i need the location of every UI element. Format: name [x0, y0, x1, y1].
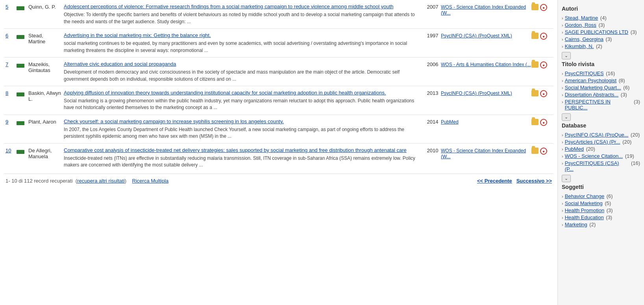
result-number[interactable]: 7: [6, 61, 17, 67]
titolo-rivista-list: › PsycCRITIQUES (16) › American Psycholo…: [562, 70, 640, 111]
recover-link[interactable]: recupera altri risultati: [77, 178, 125, 184]
save-record-icon[interactable]: [540, 148, 547, 155]
relevance-bar: [17, 121, 24, 125]
save-record-icon[interactable]: [540, 33, 547, 40]
database-list: › PsycINFO (CSA) (ProQue... (20) › PsycA…: [562, 132, 640, 172]
result-title-link[interactable]: Adolescent perceptions of violence: Form…: [64, 4, 394, 9]
sidebar-filter-count: (3): [605, 214, 613, 220]
table-row: 8 Baskin, Allwyn L. Applying diffusion o…: [4, 86, 553, 115]
save-record-icon[interactable]: [540, 119, 547, 126]
sidebar-filter-link[interactable]: PsycCRITIQUES: [565, 70, 604, 76]
result-actions: [531, 32, 552, 40]
sidebar-filter-count: (3): [597, 22, 605, 28]
sidebar-filter-link[interactable]: Dissertation Abstracts...: [565, 92, 619, 98]
list-item: › Social Marketing (5): [562, 200, 640, 206]
add-to-folder-icon[interactable]: [531, 119, 539, 125]
sidebar-filter-link[interactable]: PubMed: [565, 146, 584, 152]
result-title-link[interactable]: Applying diffusion of innovation theory …: [64, 90, 386, 96]
titolo-rivista-section: Titolo rivista › PsycCRITIQUES (16) › Am…: [562, 61, 640, 121]
sidebar-filter-count: (3): [605, 207, 613, 213]
sidebar-filter-link[interactable]: Stead, Martine: [565, 15, 598, 21]
sidebar-filter-link[interactable]: Cairns, Georgina: [565, 36, 603, 42]
add-to-folder-icon[interactable]: [531, 33, 539, 39]
result-number[interactable]: 8: [6, 89, 17, 96]
result-relevance-icon: [17, 147, 28, 154]
result-number[interactable]: 10: [6, 147, 17, 153]
result-number[interactable]: 9: [6, 118, 17, 125]
result-title-link[interactable]: Advertising in the social marketing mix:…: [64, 32, 211, 38]
sidebar-arrow-icon: ›: [562, 37, 563, 42]
database-show-more[interactable]: ⌄: [562, 175, 571, 182]
result-source-link[interactable]: WOS - Science Citation Index Expanded (W…: [441, 148, 526, 159]
add-to-folder-icon[interactable]: [531, 148, 539, 154]
soggetti-section: Soggetti › Behavior Change (6) › Social …: [562, 184, 640, 227]
result-title-link[interactable]: Alternative civic education and social p…: [64, 61, 176, 67]
ricerca-multipla-link[interactable]: Ricerca Multipla: [132, 178, 168, 184]
relevance-bar: [17, 92, 24, 96]
result-source: PsycINFO (CSA) (ProQuest XML): [441, 32, 531, 39]
sidebar-filter-link[interactable]: Marketing: [565, 222, 587, 227]
sidebar-filter-link[interactable]: Social Marketing: [565, 200, 603, 206]
add-to-folder-icon[interactable]: [531, 4, 539, 10]
result-relevance-icon: [17, 89, 28, 96]
result-title-link[interactable]: Check yourself: a social marketing campa…: [64, 118, 284, 124]
result-abstract: In 2007, the Los Angeles County Departme…: [64, 126, 421, 140]
sidebar-arrow-icon: ›: [562, 161, 563, 166]
result-title-link[interactable]: Comparative cost analysis of insecticide…: [64, 147, 407, 153]
result-source-link[interactable]: PsycINFO (CSA) (ProQuest XML): [441, 33, 512, 39]
result-source-link[interactable]: WOS - Arts & Humanities Citation Index (…: [441, 62, 531, 67]
prev-page-link[interactable]: << Precedente: [477, 178, 512, 184]
list-item: › PERSPECTIVES IN PUBLIC... (3): [562, 99, 640, 111]
results-container: 5 Quinn, G. P. Adolescent perceptions of…: [4, 0, 553, 172]
result-number[interactable]: 6: [6, 32, 17, 39]
result-relevance-icon: [17, 3, 28, 10]
sidebar-filter-link[interactable]: Behavior Change: [565, 193, 604, 199]
soggetti-title: Soggetti: [562, 184, 640, 190]
list-item: › PsycCRITIQUES (16): [562, 70, 640, 76]
sidebar-filter-link[interactable]: PsycArticles (CSA) (Pr...: [565, 139, 620, 145]
result-source-link[interactable]: PubMed: [441, 119, 459, 125]
add-to-folder-icon[interactable]: [531, 90, 539, 96]
autori-show-more[interactable]: ⌄: [562, 52, 571, 59]
result-year: 2006: [424, 61, 441, 67]
next-page-link[interactable]: Successivo >>: [516, 178, 552, 184]
result-actions: [531, 89, 552, 97]
result-abstract: Social marketing is a growing phenomenon…: [64, 98, 421, 111]
result-number[interactable]: 5: [6, 3, 17, 10]
result-year: 2010: [424, 147, 441, 153]
result-source: PsycINFO (CSA) (ProQuest XML): [441, 89, 531, 96]
sidebar-filter-link[interactable]: PsycCRITIQUES (CSA) (P...: [565, 160, 629, 172]
sidebar-filter-link[interactable]: Social Marketing Quart...: [565, 85, 621, 91]
save-record-icon[interactable]: [540, 61, 547, 68]
sidebar-filter-link[interactable]: SAGE PUBLICATIONS LTD: [565, 29, 628, 35]
list-item: › Stead, Martine (4): [562, 15, 640, 21]
save-record-icon[interactable]: [540, 90, 547, 97]
result-source-link[interactable]: PsycINFO (CSA) (ProQuest XML): [441, 91, 512, 96]
result-abstract: Insecticide-treated nets (ITNs) are effe…: [64, 155, 421, 169]
titolo-rivista-show-more[interactable]: ⌄: [562, 113, 571, 121]
sidebar-filter-link[interactable]: Health Education: [565, 214, 604, 220]
titolo-rivista-title: Titolo rivista: [562, 61, 640, 67]
table-row: 10 De Allegri, Manuela Comparative cost …: [4, 144, 553, 172]
sidebar-filter-count: (2): [594, 43, 602, 49]
result-author: Plant, Aaron: [28, 118, 64, 125]
sidebar-filter-link[interactable]: WOS - Science Citation...: [565, 153, 623, 159]
result-source-link[interactable]: WOS - Science Citation Index Expanded (W…: [441, 4, 526, 16]
sidebar-filter-link[interactable]: PsycINFO (CSA) (ProQue...: [565, 132, 629, 138]
sidebar-filter-link[interactable]: American Psychologist: [565, 78, 617, 83]
soggetti-list: › Behavior Change (6) › Social Marketing…: [562, 193, 640, 227]
sidebar-arrow-icon: ›: [562, 154, 563, 159]
add-to-folder-icon[interactable]: [531, 61, 539, 68]
sidebar-arrow-icon: ›: [562, 147, 563, 152]
results-count-text: 1- 10 di 112 record recuperati: [6, 178, 73, 184]
save-record-icon[interactable]: [540, 4, 547, 11]
database-title: Database: [562, 122, 640, 129]
sidebar-arrow-icon: ›: [562, 100, 563, 104]
sidebar-arrow-icon: ›: [562, 78, 563, 83]
sidebar-filter-link[interactable]: Gordon, Ross: [565, 22, 596, 28]
sidebar-filter-link[interactable]: Health Promotion: [565, 207, 604, 213]
sidebar-filter-link[interactable]: PERSPECTIVES IN PUBLIC...: [565, 99, 632, 111]
sidebar-filter-link[interactable]: Kikumbih, N.: [565, 43, 594, 49]
result-content: Adolescent perceptions of violence: Form…: [64, 3, 424, 25]
result-actions: [531, 118, 552, 126]
